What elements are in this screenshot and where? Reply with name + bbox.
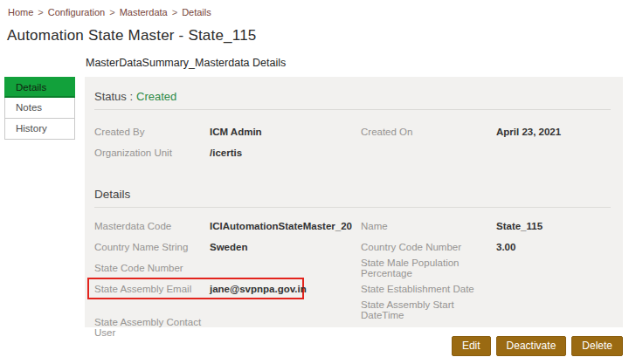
field-row-state-code-number: State Code Number: [94, 258, 361, 278]
field-label: State Assembly Email: [94, 284, 210, 294]
highlight-box: State Assembly Email jane@svpnpa.gov.in: [87, 278, 304, 299]
sidebar-item-history[interactable]: History: [4, 119, 75, 140]
field-value: ICIAutomationStateMaster_20: [210, 221, 352, 231]
field-value: ICM Admin: [210, 127, 262, 137]
divider: [94, 109, 611, 110]
field-label: Created On: [361, 127, 496, 137]
action-bar: Edit Deactivate Delete: [452, 336, 623, 356]
field-row-state-assembly-contact-user: State Assembly Contact User: [94, 317, 361, 338]
field-row-name: Name State_115: [361, 216, 611, 237]
field-value: 3.00: [496, 242, 515, 252]
breadcrumb-home[interactable]: Home: [8, 7, 33, 17]
field-label: Organization Unit: [94, 148, 210, 158]
field-label: Created By: [94, 127, 210, 137]
field-label: State Male Population Percentage: [361, 258, 496, 278]
status-heading: Status :Created: [94, 90, 611, 103]
breadcrumb-separator: >: [38, 7, 43, 17]
sidebar-tabs: Details Notes History: [4, 77, 75, 140]
field-label: Name: [361, 221, 496, 231]
field-row-state-establishment-date: State Establishment Date: [361, 278, 611, 299]
tab-masterdata-summary[interactable]: MasterDataSummary_Masterdata Details: [86, 57, 286, 69]
breadcrumb-details[interactable]: Details: [182, 7, 211, 17]
field-label: Masterdata Code: [94, 221, 210, 231]
breadcrumb-separator: >: [172, 7, 177, 17]
field-label: Country Name String: [94, 242, 210, 252]
field-row-country-code-number: Country Code Number 3.00: [361, 237, 611, 258]
field-row-masterdata-code: Masterdata Code ICIAutomationStateMaster…: [94, 216, 361, 237]
divider: [94, 207, 611, 208]
sidebar-item-details[interactable]: Details: [4, 77, 75, 98]
status-badge: Created: [136, 90, 176, 103]
field-label: State Code Number: [94, 263, 210, 273]
deactivate-button[interactable]: Deactivate: [496, 336, 567, 356]
details-section: Masterdata Code ICIAutomationStateMaster…: [94, 216, 611, 338]
field-value: Sweden: [210, 242, 247, 252]
field-value: /icertis: [210, 148, 242, 158]
status-label: Status :: [94, 90, 133, 103]
field-row-created-by: Created By ICM Admin: [94, 121, 361, 142]
details-section-title: Details: [94, 188, 611, 201]
field-value: jane@svpnpa.gov.in: [210, 284, 307, 294]
field-row-state-male-population-percentage: State Male Population Percentage: [361, 258, 611, 278]
page-title: Automation State Master - State_115: [7, 27, 256, 45]
breadcrumb-masterdata[interactable]: Masterdata: [120, 7, 168, 17]
field-label: State Assembly Contact User: [94, 317, 210, 338]
field-row-country-name-string: Country Name String Sweden: [94, 237, 361, 258]
field-row-organization-unit: Organization Unit /icertis: [94, 142, 361, 163]
edit-button[interactable]: Edit: [452, 336, 491, 356]
details-panel: Status :Created Created By ICM Admin Org…: [85, 77, 623, 327]
field-label: State Assembly Start DateTime: [361, 299, 496, 320]
breadcrumb: Home>Configuration>Masterdata>Details: [8, 7, 211, 17]
breadcrumb-configuration[interactable]: Configuration: [48, 7, 105, 17]
field-row-state-assembly-start-datetime: State Assembly Start DateTime: [361, 299, 611, 320]
field-label: Country Code Number: [361, 242, 496, 252]
summary-section: Created By ICM Admin Organization Unit /…: [94, 121, 611, 163]
field-row-created-on: Created On April 23, 2021: [361, 121, 611, 142]
field-value: April 23, 2021: [496, 127, 561, 137]
sidebar-item-notes[interactable]: Notes: [4, 98, 75, 119]
field-value: State_115: [496, 221, 543, 231]
field-label: State Establishment Date: [361, 284, 496, 294]
delete-button[interactable]: Delete: [571, 336, 623, 356]
breadcrumb-separator: >: [109, 7, 114, 17]
